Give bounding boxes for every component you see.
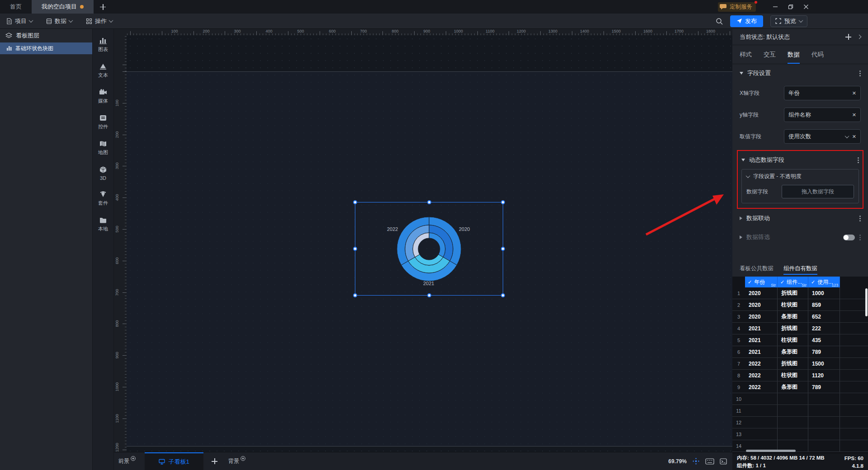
cell-year[interactable]: 2020 xyxy=(745,311,778,322)
cell-usage[interactable] xyxy=(808,405,840,416)
cell-year[interactable]: 2021 xyxy=(745,334,778,346)
cell-usage[interactable] xyxy=(808,393,840,404)
toolbox-item-charts[interactable]: 图表 xyxy=(98,37,108,53)
table-row[interactable]: 82022柱状图1120 xyxy=(732,370,868,381)
cell-year[interactable] xyxy=(745,393,778,404)
tab-code[interactable]: 代码 xyxy=(811,45,824,64)
console-icon[interactable] xyxy=(720,458,727,465)
add-state-button[interactable] xyxy=(845,34,851,40)
restore-button[interactable] xyxy=(783,0,798,14)
resize-handle-n[interactable] xyxy=(427,200,431,204)
cell-usage[interactable]: 789 xyxy=(808,381,840,393)
cell-component[interactable] xyxy=(778,393,808,404)
table-row[interactable]: 22020柱状图859 xyxy=(732,299,868,311)
cell-component[interactable]: 条形图 xyxy=(778,346,808,357)
toolbox-item-3d[interactable]: 3D xyxy=(99,166,107,181)
new-tab-button[interactable] xyxy=(94,0,112,14)
table-row[interactable]: 11 xyxy=(732,405,868,417)
resize-handle-e[interactable] xyxy=(501,247,505,251)
cell-usage[interactable] xyxy=(808,428,840,440)
toolbox-item-widgets[interactable]: 控件 xyxy=(98,114,108,130)
table-row[interactable]: 10 xyxy=(732,393,868,405)
subboard-tab[interactable]: 子看板1 xyxy=(145,452,203,470)
cell-component[interactable]: 折线图 xyxy=(778,358,808,369)
clear-icon[interactable] xyxy=(852,133,856,140)
cell-component[interactable]: 柱状图 xyxy=(778,370,808,381)
cell-component[interactable]: 折线图 xyxy=(778,323,808,334)
kebab-menu-icon[interactable] xyxy=(859,73,861,74)
clear-icon[interactable] xyxy=(852,112,856,118)
cell-year[interactable] xyxy=(745,405,778,416)
tab-interaction[interactable]: 交互 xyxy=(764,45,776,64)
header-component[interactable]: 组件...Str xyxy=(778,277,808,287)
table-row[interactable]: 92022条形图789 xyxy=(732,381,868,393)
tab-own-data[interactable]: 组件自有数据 xyxy=(783,265,817,277)
toolbox-item-text[interactable]: 文本 xyxy=(98,63,108,79)
cell-usage[interactable]: 1000 xyxy=(808,287,840,299)
menu-action[interactable]: 操作 xyxy=(86,17,113,25)
cell-year[interactable]: 2021 xyxy=(745,323,778,334)
add-board-button[interactable] xyxy=(205,452,224,470)
chevron-down-icon[interactable] xyxy=(844,134,849,138)
kebab-menu-icon[interactable] xyxy=(858,160,859,161)
table-row[interactable]: 42021折线图222 xyxy=(732,323,868,334)
cell-component[interactable] xyxy=(778,405,808,416)
search-icon[interactable] xyxy=(716,18,723,25)
cell-year[interactable] xyxy=(745,417,778,428)
resize-handle-s[interactable] xyxy=(427,293,431,297)
cell-year[interactable]: 2022 xyxy=(745,358,778,369)
cell-year[interactable]: 2022 xyxy=(745,381,778,393)
cell-component[interactable]: 条形图 xyxy=(778,311,808,322)
table-row[interactable]: 12020折线图1000 xyxy=(732,287,868,299)
close-button[interactable] xyxy=(798,0,814,14)
cell-component[interactable] xyxy=(778,417,808,428)
selection-box[interactable] xyxy=(355,202,503,296)
cell-year[interactable]: 2021 xyxy=(745,346,778,357)
section-data-filter[interactable]: 数据筛选 xyxy=(732,228,868,247)
publish-button[interactable]: 发布 xyxy=(730,15,763,27)
cell-component[interactable]: 条形图 xyxy=(778,381,808,393)
data-field-dropzone[interactable]: 拖入数据字段 xyxy=(782,185,854,198)
clear-icon[interactable] xyxy=(852,90,856,96)
cell-usage[interactable]: 435 xyxy=(808,334,840,346)
zoom-level[interactable]: 69.79% xyxy=(668,458,687,465)
header-usage[interactable]: 使用...123 xyxy=(808,277,840,287)
table-row[interactable]: 13 xyxy=(732,428,868,440)
kebab-menu-icon[interactable] xyxy=(859,237,861,238)
toolbox-item-media[interactable]: 媒体 xyxy=(98,89,108,104)
filter-toggle-off[interactable] xyxy=(843,235,855,240)
section-dynamic-data-fields[interactable]: 动态数据字段 xyxy=(738,151,863,169)
value-field-input[interactable]: 使用次数 xyxy=(784,129,861,144)
shortcut-keyboard-icon[interactable] xyxy=(705,458,714,465)
resize-handle-ne[interactable] xyxy=(501,200,505,204)
toolbox-item-local[interactable]: 本地 xyxy=(98,216,108,232)
cell-year[interactable] xyxy=(745,428,778,440)
table-row[interactable]: 72022折线图1500 xyxy=(732,358,868,370)
section-data-linkage[interactable]: 数据联动 xyxy=(732,209,868,228)
tab-data[interactable]: 数据 xyxy=(788,45,800,64)
fit-screen-icon[interactable] xyxy=(692,457,700,465)
resize-handle-w[interactable] xyxy=(353,247,357,251)
cell-year[interactable]: 2020 xyxy=(745,299,778,310)
table-horizontal-scrollbar[interactable] xyxy=(746,450,796,452)
toolbox-item-map[interactable]: 地图 xyxy=(98,140,108,156)
cell-usage[interactable]: 652 xyxy=(808,311,840,322)
cell-year[interactable]: 2020 xyxy=(745,287,778,299)
menu-project[interactable]: 项目 xyxy=(6,17,33,25)
tab-home[interactable]: 首页 xyxy=(0,0,32,14)
background-button[interactable]: 背景 xyxy=(224,452,250,470)
resize-handle-se[interactable] xyxy=(501,293,505,297)
cell-component[interactable] xyxy=(778,428,808,440)
layer-item-ring-chart[interactable]: 基础环状色块图 xyxy=(0,42,92,54)
cell-usage[interactable] xyxy=(808,440,840,451)
minimize-button[interactable] xyxy=(768,0,783,14)
foreground-button[interactable]: 前景 xyxy=(114,452,140,470)
table-vertical-scrollbar[interactable] xyxy=(865,288,868,316)
table-row[interactable]: 32020条形图652 xyxy=(732,311,868,323)
kebab-menu-icon[interactable] xyxy=(859,218,861,219)
header-year[interactable]: 年份Str xyxy=(745,277,778,287)
y-axis-field-input[interactable]: 组件名称 xyxy=(784,108,861,122)
cell-usage[interactable]: 1120 xyxy=(808,370,840,381)
cell-year[interactable]: 2022 xyxy=(745,370,778,381)
cell-component[interactable]: 柱状图 xyxy=(778,299,808,310)
